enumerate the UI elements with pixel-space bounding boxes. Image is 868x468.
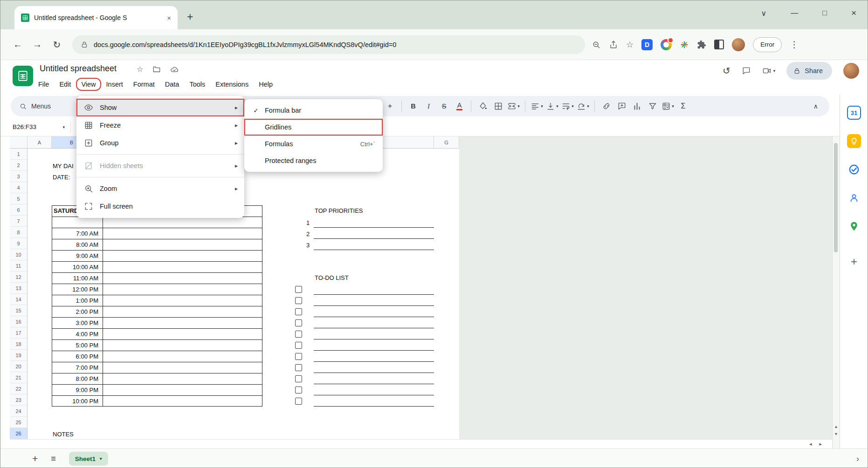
schedule-row[interactable]: 11:00 AM bbox=[52, 273, 262, 284]
scroll-down-icon[interactable]: ▾ bbox=[835, 431, 837, 436]
schedule-row[interactable]: 7:00 AM bbox=[52, 228, 262, 239]
menu-help[interactable]: Help bbox=[255, 79, 277, 90]
tab-close-icon[interactable]: × bbox=[167, 14, 171, 22]
forward-button[interactable]: → bbox=[28, 39, 47, 50]
column-header-a[interactable]: A bbox=[28, 136, 52, 149]
row-header-16[interactable]: 16 bbox=[10, 316, 28, 327]
schedule-row[interactable]: 8:00 AM bbox=[52, 239, 262, 251]
schedule-row[interactable]: 4:00 PM bbox=[52, 329, 262, 340]
extension-google-icon[interactable] bbox=[661, 39, 672, 50]
row-header-7[interactable]: 7 bbox=[10, 216, 28, 227]
todo-checkbox[interactable] bbox=[295, 375, 302, 382]
todo-row[interactable] bbox=[314, 384, 434, 395]
schedule-row[interactable]: 9:00 AM bbox=[52, 251, 262, 262]
row-header-9[interactable]: 9 bbox=[10, 238, 28, 249]
share-page-icon[interactable] bbox=[609, 40, 618, 49]
menu-extensions[interactable]: Extensions bbox=[211, 79, 253, 90]
minimize-button[interactable]: — bbox=[791, 9, 798, 17]
extension-pinwheel-icon[interactable] bbox=[680, 40, 689, 49]
scrollbar-thumb[interactable] bbox=[834, 143, 838, 252]
row-header-19[interactable]: 19 bbox=[10, 350, 28, 361]
select-all-corner[interactable] bbox=[10, 136, 28, 149]
row-header-4[interactable]: 4 bbox=[10, 182, 28, 193]
functions-button[interactable]: Σ bbox=[677, 99, 689, 113]
todo-checkbox[interactable] bbox=[295, 297, 302, 304]
horizontal-scrollbar[interactable]: ◂ ▸ bbox=[10, 439, 832, 448]
priority-row[interactable]: 2 bbox=[314, 228, 434, 239]
menu-data[interactable]: Data bbox=[161, 79, 184, 90]
zoom-icon[interactable] bbox=[592, 40, 601, 49]
show-submenu-item-gridlines[interactable]: Gridlines bbox=[244, 119, 383, 136]
view-menu-item-full-screen[interactable]: Full screen bbox=[76, 197, 244, 215]
side-panel-toggle-icon[interactable] bbox=[714, 40, 724, 49]
add-panel-app-icon[interactable]: + bbox=[851, 255, 857, 268]
row-header-12[interactable]: 12 bbox=[10, 271, 28, 283]
merge-cells-button[interactable]: ▾ bbox=[507, 99, 520, 113]
vertical-align-button[interactable]: ▾ bbox=[546, 99, 558, 113]
italic-button[interactable]: I bbox=[422, 99, 435, 113]
menu-tools[interactable]: Tools bbox=[185, 79, 209, 90]
row-header-21[interactable]: 21 bbox=[10, 372, 28, 383]
browser-tab[interactable]: Untitled spreadsheet - Google S × bbox=[14, 6, 178, 29]
todo-list[interactable] bbox=[314, 284, 434, 407]
todo-checkbox[interactable] bbox=[295, 286, 302, 293]
schedule-row[interactable]: 3:00 PM bbox=[52, 318, 262, 329]
row-header-2[interactable]: 2 bbox=[10, 160, 28, 171]
tasks-icon[interactable] bbox=[847, 163, 861, 176]
view-menu-item-zoom[interactable]: Zoom▸ bbox=[76, 180, 244, 197]
text-color-button[interactable]: A bbox=[453, 99, 466, 113]
extensions-puzzle-icon[interactable] bbox=[697, 40, 706, 49]
schedule-table[interactable]: 7:00 AM8:00 AM9:00 AM10:00 AM11:00 AM12:… bbox=[52, 205, 262, 407]
todo-checkbox[interactable] bbox=[295, 319, 302, 326]
scroll-left-icon[interactable]: ◂ bbox=[809, 441, 812, 447]
text-rotation-button[interactable]: ▾ bbox=[577, 99, 589, 113]
schedule-row[interactable]: 7:00 PM bbox=[52, 362, 262, 373]
browser-menu-icon[interactable]: ⋮ bbox=[790, 39, 799, 50]
cloud-status-icon[interactable] bbox=[170, 65, 179, 74]
star-document-icon[interactable]: ☆ bbox=[137, 65, 143, 74]
name-box[interactable]: B26:F33 ▾ bbox=[13, 123, 65, 130]
collapse-toolbar-icon[interactable]: ∧ bbox=[813, 102, 818, 110]
todo-row[interactable] bbox=[314, 317, 434, 328]
browser-profile-avatar[interactable] bbox=[732, 38, 745, 51]
todo-checkbox[interactable] bbox=[295, 398, 302, 405]
schedule-row[interactable]: 5:00 PM bbox=[52, 340, 262, 351]
row-header-14[interactable]: 14 bbox=[10, 294, 28, 305]
todo-checkbox[interactable] bbox=[295, 353, 302, 360]
extension-d-icon[interactable]: D bbox=[641, 39, 653, 50]
row-header-8[interactable]: 8 bbox=[10, 227, 28, 238]
menu-insert[interactable]: Insert bbox=[102, 79, 127, 90]
schedule-row[interactable]: 10:00 AM bbox=[52, 262, 262, 273]
row-header-3[interactable]: 3 bbox=[10, 171, 28, 182]
todo-checkbox[interactable] bbox=[295, 331, 302, 338]
todo-row[interactable] bbox=[314, 284, 434, 295]
row-header-22[interactable]: 22 bbox=[10, 383, 28, 394]
insert-chart-button[interactable] bbox=[631, 99, 643, 113]
priority-row[interactable]: 1 bbox=[314, 217, 434, 228]
show-submenu-item-formulas[interactable]: FormulasCtrl+` bbox=[244, 136, 383, 152]
scroll-up-icon[interactable]: ▴ bbox=[835, 424, 837, 429]
strikethrough-button[interactable]: S bbox=[438, 99, 450, 113]
column-header-g[interactable]: G bbox=[434, 136, 459, 149]
todo-checkbox[interactable] bbox=[295, 342, 302, 349]
account-avatar[interactable] bbox=[843, 63, 859, 79]
calendar-icon[interactable]: 31 bbox=[847, 106, 861, 120]
add-sheet-button[interactable]: + bbox=[32, 453, 38, 464]
show-submenu-item-formula-bar[interactable]: ✓Formula bar bbox=[244, 102, 383, 119]
comment-history-icon[interactable] bbox=[742, 66, 751, 75]
todo-row[interactable] bbox=[314, 362, 434, 373]
view-menu-item-freeze[interactable]: Freeze▸ bbox=[76, 116, 244, 134]
todo-row[interactable] bbox=[314, 328, 434, 339]
view-menu-item-hidden-sheets[interactable]: Hidden sheets▸ bbox=[76, 157, 244, 175]
todo-row[interactable] bbox=[314, 339, 434, 351]
close-button[interactable]: × bbox=[851, 8, 856, 18]
schedule-row[interactable]: 8:00 PM bbox=[52, 373, 262, 385]
todo-row[interactable] bbox=[314, 306, 434, 317]
all-sheets-icon[interactable]: ≡ bbox=[51, 454, 56, 464]
schedule-row[interactable]: 12:00 PM bbox=[52, 284, 262, 295]
menu-edit[interactable]: Edit bbox=[55, 79, 75, 90]
error-button[interactable]: Error bbox=[753, 37, 782, 52]
menu-view[interactable]: View bbox=[77, 79, 100, 90]
priorities-list[interactable]: 123 bbox=[314, 217, 434, 250]
tab-search-chevron-icon[interactable]: ∨ bbox=[761, 9, 767, 18]
